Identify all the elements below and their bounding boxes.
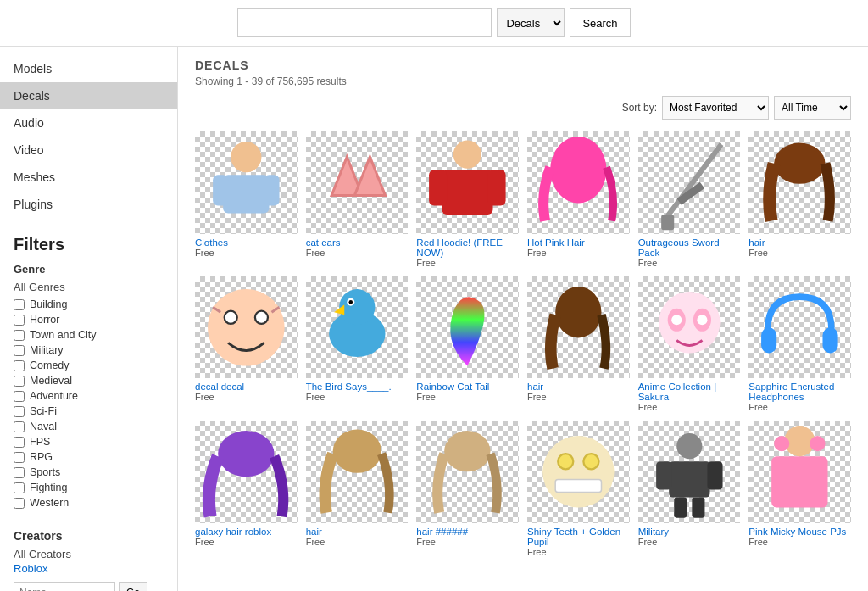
catalog-item[interactable]: cat earsFree xyxy=(306,131,409,268)
item-thumbnail xyxy=(527,131,630,234)
item-price: Free xyxy=(748,248,851,258)
genre-label: Naval xyxy=(30,421,57,432)
genre-checkbox-sports[interactable] xyxy=(14,467,25,478)
svg-point-10 xyxy=(550,137,606,203)
catalog-item[interactable]: galaxy hair robloxFree xyxy=(195,421,298,557)
item-name[interactable]: galaxy hair roblox xyxy=(195,527,298,537)
genre-checkbox-horror[interactable] xyxy=(14,315,25,326)
item-name[interactable]: Pink Micky Mouse PJs xyxy=(748,527,851,537)
sidebar-nav-item-models[interactable]: Models xyxy=(0,55,177,82)
item-name[interactable]: hair xyxy=(527,382,630,392)
item-name[interactable]: Outrageous Sword Pack xyxy=(638,237,741,258)
catalog-item[interactable]: hairFree xyxy=(748,131,851,268)
svg-point-36 xyxy=(542,436,614,507)
sidebar-nav-item-meshes[interactable]: Meshes xyxy=(0,164,177,191)
genre-label: Medieval xyxy=(30,375,72,387)
catalog-item[interactable]: hairFree xyxy=(306,421,409,557)
genre-checkbox-fighting[interactable] xyxy=(14,482,25,493)
item-name[interactable]: hair xyxy=(748,237,851,248)
sort-select[interactable]: Most FavoritedRelevanceRecently UpdatedM… xyxy=(662,96,769,120)
item-price: Free xyxy=(195,537,298,547)
item-name[interactable]: Red Hoodie! (FREE NOW) xyxy=(416,237,519,258)
catalog-item[interactable]: Pink Micky Mouse PJsFree xyxy=(748,421,851,557)
sidebar-nav-item-audio[interactable]: Audio xyxy=(0,109,177,137)
svg-rect-43 xyxy=(707,462,722,490)
genre-checkbox-sci-fi[interactable] xyxy=(14,406,25,417)
svg-marker-22 xyxy=(334,304,344,315)
catalog-item[interactable]: Rainbow Cat TailFree xyxy=(416,276,519,413)
creators-section: Creators All Creators Roblox Go xyxy=(0,521,177,591)
sidebar-nav: ModelsDecalsAudioVideoMeshesPlugins xyxy=(0,55,177,218)
catalog-item[interactable]: Anime Collection | SakuraFree xyxy=(638,276,741,413)
creators-all: All Creators xyxy=(14,548,164,560)
item-thumbnail xyxy=(638,276,741,379)
catalog-item[interactable]: Red Hoodie! (FREE NOW)Free xyxy=(416,131,519,268)
item-name[interactable]: hair ###### xyxy=(416,527,519,537)
time-select[interactable]: All TimePast DayPast WeekPast MonthPast … xyxy=(774,96,851,120)
item-name[interactable]: Military xyxy=(638,527,741,537)
genre-checkbox-fps[interactable] xyxy=(14,437,25,448)
item-name[interactable]: hair xyxy=(306,527,409,537)
item-thumbnail xyxy=(195,421,298,523)
genre-checkbox-building[interactable] xyxy=(14,299,25,310)
item-name[interactable]: decal decal xyxy=(195,382,298,392)
item-thumbnail xyxy=(527,421,630,523)
item-thumbnail xyxy=(748,276,851,379)
item-name[interactable]: Shiny Teeth + Golden Pupil xyxy=(527,527,630,547)
item-name[interactable]: Clothes xyxy=(195,237,298,248)
genre-label: Adventure xyxy=(30,390,78,402)
svg-rect-9 xyxy=(488,170,506,205)
item-thumbnail xyxy=(306,131,409,234)
creator-name-input[interactable] xyxy=(14,582,115,591)
genre-checkbox-adventure[interactable] xyxy=(14,391,25,402)
item-name[interactable]: Sapphire Encrusted Headphones xyxy=(748,382,851,402)
catalog-item[interactable]: MilitaryFree xyxy=(638,421,741,557)
catalog-item[interactable]: Sapphire Encrusted HeadphonesFree xyxy=(748,276,851,413)
item-name[interactable]: Anime Collection | Sakura xyxy=(638,382,741,402)
item-price: Free xyxy=(195,248,298,258)
svg-rect-32 xyxy=(823,327,838,353)
genre-checkbox-medieval[interactable] xyxy=(14,376,25,387)
catalog-item[interactable]: ClothesFree xyxy=(195,131,298,268)
creator-go-button[interactable]: Go xyxy=(119,582,147,591)
main-content: DECALS Showing 1 - 39 of 756,695 results… xyxy=(178,47,868,591)
svg-rect-31 xyxy=(761,327,776,353)
item-price: Free xyxy=(527,392,630,402)
item-name[interactable]: Rainbow Cat Tail xyxy=(416,382,519,392)
genre-item-sports: Sports xyxy=(14,466,164,478)
genre-item-medieval: Medieval xyxy=(14,375,164,387)
item-price: Free xyxy=(416,537,519,547)
item-name[interactable]: cat ears xyxy=(306,237,409,248)
catalog-item[interactable]: The Bird Says____.Free xyxy=(306,276,409,413)
genre-checkbox-rpg[interactable] xyxy=(14,452,25,463)
svg-rect-7 xyxy=(442,170,492,215)
creators-roblox-link[interactable]: Roblox xyxy=(14,562,164,575)
catalog-item[interactable]: Outrageous Sword PackFree xyxy=(638,131,741,268)
item-price: Free xyxy=(638,537,741,547)
sidebar-nav-item-video[interactable]: Video xyxy=(0,137,177,164)
item-name[interactable]: Hot Pink Hair xyxy=(527,237,630,248)
item-thumbnail xyxy=(748,131,851,234)
sidebar-nav-item-plugins[interactable]: Plugins xyxy=(0,191,177,218)
catalog-item[interactable]: hair ######Free xyxy=(416,421,519,557)
catalog-item[interactable]: Shiny Teeth + Golden PupilFree xyxy=(527,421,630,557)
genre-checkbox-naval[interactable] xyxy=(14,421,25,432)
sidebar-nav-item-decals[interactable]: Decals xyxy=(0,82,177,109)
svg-point-15 xyxy=(208,289,284,365)
creator-input-row: Go xyxy=(14,582,164,591)
catalog-item[interactable]: Hot Pink HairFree xyxy=(527,131,630,268)
genre-checkbox-comedy[interactable] xyxy=(14,360,25,371)
genre-checkbox-military[interactable] xyxy=(14,345,25,356)
genre-checkbox-town-and-city[interactable] xyxy=(14,330,25,341)
catalog-item[interactable]: hairFree xyxy=(527,276,630,413)
item-name[interactable]: The Bird Says____. xyxy=(306,382,409,392)
item-thumbnail xyxy=(638,421,741,523)
search-input[interactable] xyxy=(237,8,492,37)
category-select[interactable]: ModelsDecalsAudioVideoMeshesPlugins xyxy=(497,8,565,37)
genre-list: BuildingHorrorTown and CityMilitaryComed… xyxy=(14,298,164,509)
item-thumbnail xyxy=(306,276,409,379)
svg-point-33 xyxy=(218,431,274,477)
genre-checkbox-western[interactable] xyxy=(14,498,25,509)
search-button[interactable]: Search xyxy=(570,8,630,37)
catalog-item[interactable]: decal decalFree xyxy=(195,276,298,413)
